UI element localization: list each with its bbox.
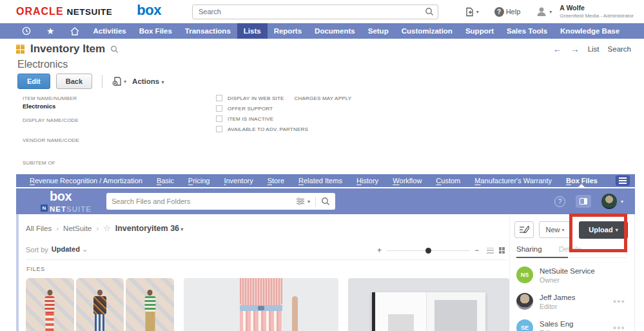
- tab-inventory[interactable]: Inventory: [217, 174, 260, 187]
- search-link[interactable]: Search: [608, 45, 631, 53]
- collaborator-list: NS NetSuite Service Owner Jeff James Edi…: [516, 262, 629, 331]
- favorite-star-icon[interactable]: ☆: [103, 223, 111, 233]
- avatar: SE: [516, 319, 533, 331]
- box-user-avatar[interactable]: [601, 194, 617, 209]
- tab-related-items[interactable]: Related Items: [291, 174, 349, 187]
- zoom-out-button[interactable]: −: [474, 246, 479, 254]
- thumbnail-image: [240, 278, 282, 331]
- chevron-down-icon: ▾: [124, 79, 126, 85]
- grid-view-icon[interactable]: [499, 247, 505, 254]
- toggle-sidebar-icon[interactable]: [576, 195, 591, 208]
- netsuite-n-icon: N: [41, 205, 48, 212]
- thumbnail-image: [26, 278, 74, 331]
- chevron-down-icon[interactable]: ▾: [307, 199, 310, 205]
- tab-basic[interactable]: Basic: [150, 174, 181, 187]
- box-search-icon[interactable]: [321, 197, 330, 206]
- nav-item-box-files[interactable]: Box Files: [133, 23, 179, 39]
- tab-history[interactable]: History: [349, 174, 385, 187]
- header-right: ▾ ? Help ▾ A Wolfe Greenfield Media - Ad…: [465, 4, 634, 19]
- shortcuts-star-icon[interactable]: ★: [39, 23, 63, 39]
- box-netsuite-logo: box N NETSUITE: [41, 190, 92, 214]
- file-thumbnail-lookbook[interactable]: [348, 278, 509, 331]
- nav-item-activities[interactable]: Activities: [87, 23, 133, 39]
- search-icon[interactable]: [425, 7, 434, 16]
- user-menu[interactable]: ▾: [536, 6, 552, 17]
- sort-value-dropdown[interactable]: Updated: [52, 245, 88, 254]
- list-link[interactable]: List: [588, 45, 600, 53]
- file-thumbnail-pink-dress[interactable]: [184, 278, 338, 331]
- next-record-arrow[interactable]: →: [571, 44, 580, 54]
- home-icon[interactable]: [63, 23, 87, 39]
- zoom-in-button[interactable]: +: [377, 246, 382, 254]
- thumbnail-zoom-control: + −: [377, 246, 505, 254]
- new-button[interactable]: New: [539, 221, 571, 238]
- user-icon: [536, 6, 547, 17]
- tab-store[interactable]: Store: [260, 174, 291, 187]
- more-options-icon[interactable]: ●●●: [613, 325, 625, 331]
- nav-item-setup[interactable]: Setup: [362, 23, 395, 39]
- nav-item-reports[interactable]: Reports: [268, 23, 308, 39]
- tab-revenue-recognition[interactable]: Revenue Recognition / Amortization: [23, 174, 150, 187]
- actions-menu-button[interactable]: Actions ▾: [132, 77, 164, 85]
- rename-edit-icon[interactable]: [514, 221, 534, 238]
- tab-details[interactable]: Details: [559, 245, 581, 253]
- box-widget-content: All Files › NetSuite › ☆ Inventoryitem 3…: [16, 214, 635, 331]
- edit-button[interactable]: Edit: [17, 74, 50, 89]
- tab-sharing[interactable]: Sharing: [516, 245, 542, 253]
- nav-item-support[interactable]: Support: [459, 23, 500, 39]
- zoom-slider-handle[interactable]: [425, 248, 431, 254]
- sharing-sidebar: New Upload Sharing Details NS NetSuite S…: [509, 214, 635, 331]
- field-label: SUBITEM OF: [23, 160, 79, 166]
- create-new-button[interactable]: ▾: [465, 7, 479, 17]
- breadcrumb-separator: ›: [96, 225, 99, 232]
- files-column: All Files › NetSuite › ☆ Inventoryitem 3…: [19, 214, 509, 331]
- tab-pricing[interactable]: Pricing: [181, 174, 217, 187]
- available-to-adv-partners-checkbox[interactable]: [216, 126, 222, 132]
- more-options-icon[interactable]: ●●●: [613, 298, 625, 305]
- chevron-down-icon: ▾: [621, 199, 623, 205]
- field-subitem-of: SUBITEM OF: [23, 160, 79, 166]
- tab-custom[interactable]: Custom: [429, 174, 467, 187]
- nav-item-transactions[interactable]: Transactions: [179, 23, 237, 39]
- box-help-icon[interactable]: ?: [554, 196, 565, 207]
- tab-manufacturers-warranty[interactable]: Manufacturer's Warranty: [467, 174, 559, 187]
- nav-item-knowledge-base[interactable]: Knowledge Base: [554, 23, 626, 39]
- help-icon: ?: [494, 7, 504, 17]
- tab-workflow[interactable]: Workflow: [385, 174, 429, 187]
- previous-record-arrow[interactable]: ←: [553, 44, 562, 54]
- chevron-down-icon: ▾: [476, 9, 479, 15]
- nav-item-lists[interactable]: Lists: [237, 23, 268, 39]
- recent-records-icon[interactable]: [14, 23, 39, 39]
- search-filter-icon[interactable]: [296, 197, 305, 205]
- zoom-slider[interactable]: [387, 250, 469, 251]
- breadcrumb-all-files[interactable]: All Files: [26, 225, 52, 232]
- help-button[interactable]: ? Help: [494, 7, 521, 17]
- back-button[interactable]: Back: [56, 74, 92, 89]
- breadcrumb-netsuite[interactable]: NetSuite: [63, 225, 92, 232]
- display-in-web-site-checkbox[interactable]: [216, 95, 222, 101]
- collapse-tabs-icon[interactable]: [616, 176, 630, 186]
- nav-item-sales-tools[interactable]: Sales Tools: [500, 23, 554, 39]
- offer-support-checkbox[interactable]: [216, 105, 222, 112]
- record-search-icon[interactable]: [110, 45, 119, 54]
- sort-control: Sort by Updated: [26, 245, 88, 254]
- upload-button[interactable]: Upload: [579, 221, 628, 239]
- global-search-input[interactable]: [192, 5, 438, 19]
- file-thumbnail-fashion-triptych[interactable]: [26, 278, 174, 331]
- divider: [26, 259, 507, 260]
- record-tab-bar: Revenue Recognition / Amortization Basic…: [16, 174, 635, 187]
- breadcrumb-current-folder[interactable]: Inventoryitem 36: [115, 224, 184, 233]
- item-is-inactive-checkbox[interactable]: [216, 115, 222, 122]
- netsuite-wordmark-light: SUITE: [66, 205, 92, 213]
- list-view-icon[interactable]: [487, 248, 494, 254]
- divider: [315, 197, 316, 206]
- nav-item-customization[interactable]: Customization: [395, 23, 459, 39]
- nav-item-documents[interactable]: Documents: [308, 23, 362, 39]
- tab-box-files[interactable]: Box Files: [559, 174, 605, 187]
- new-record-button[interactable]: ▾: [112, 76, 126, 86]
- checkbox-label: OFFER SUPPORT: [228, 106, 273, 112]
- user-name: A Wolfe: [560, 4, 634, 12]
- collaborator-row: SE Sales Eng Editor ●●●: [516, 315, 629, 331]
- box-search-input[interactable]: [106, 197, 296, 205]
- checkbox-row-display-in-web-site: DISPLAY IN WEB SITE CHARGES MAY APPLY: [216, 95, 351, 101]
